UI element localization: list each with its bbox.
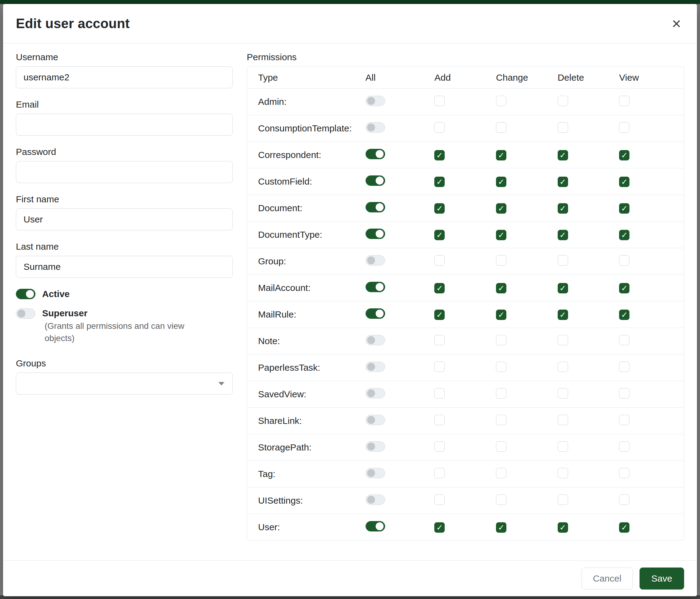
permissions-label: Permissions	[247, 52, 684, 62]
permission-delete-checkbox[interactable]	[558, 522, 568, 533]
permission-all-toggle[interactable]	[366, 96, 385, 106]
email-input[interactable]	[16, 114, 233, 136]
permission-add-checkbox[interactable]	[434, 310, 445, 320]
permission-add-checkbox[interactable]	[434, 230, 445, 240]
permission-all-toggle[interactable]	[366, 468, 385, 478]
permission-change-checkbox[interactable]	[496, 203, 506, 214]
permission-add-checkbox[interactable]	[434, 335, 445, 345]
permission-view-checkbox[interactable]	[619, 441, 629, 452]
groups-select[interactable]	[16, 373, 233, 394]
permission-add-checkbox[interactable]	[434, 122, 445, 133]
permission-all-toggle[interactable]	[366, 202, 385, 212]
permission-change-checkbox[interactable]	[496, 122, 506, 133]
permission-add-checkbox[interactable]	[434, 388, 445, 399]
permission-row: SavedView:	[247, 381, 684, 407]
permission-delete-checkbox[interactable]	[558, 150, 568, 161]
permission-delete-checkbox[interactable]	[558, 255, 568, 266]
permission-add-checkbox[interactable]	[434, 415, 445, 425]
save-button[interactable]: Save	[640, 568, 684, 590]
permission-view-checkbox[interactable]	[619, 388, 629, 399]
superuser-toggle[interactable]	[16, 308, 35, 319]
first-name-field-group: First name	[16, 194, 233, 231]
permission-view-checkbox[interactable]	[619, 310, 629, 320]
permission-change-checkbox[interactable]	[496, 283, 506, 293]
permission-delete-checkbox[interactable]	[558, 468, 568, 478]
permission-change-checkbox[interactable]	[496, 441, 506, 452]
permission-add-checkbox[interactable]	[434, 522, 445, 533]
permission-view-checkbox[interactable]	[619, 230, 629, 240]
first-name-input[interactable]	[16, 209, 233, 231]
permission-delete-checkbox[interactable]	[558, 230, 568, 240]
permission-all-toggle[interactable]	[366, 149, 385, 159]
permission-view-checkbox[interactable]	[619, 495, 629, 505]
permission-all-toggle[interactable]	[366, 308, 385, 319]
permission-row: ShareLink:	[247, 407, 684, 434]
permission-change-checkbox[interactable]	[496, 468, 506, 478]
permission-add-checkbox[interactable]	[434, 283, 445, 293]
permission-view-checkbox[interactable]	[619, 283, 629, 293]
permission-change-checkbox[interactable]	[496, 177, 506, 187]
permission-all-toggle[interactable]	[366, 255, 385, 266]
permission-view-checkbox[interactable]	[619, 177, 629, 187]
permission-delete-checkbox[interactable]	[558, 283, 568, 293]
close-icon[interactable]: ×	[669, 14, 684, 33]
permission-add-checkbox[interactable]	[434, 362, 445, 372]
permission-delete-checkbox[interactable]	[558, 335, 568, 345]
permission-delete-checkbox[interactable]	[558, 310, 568, 320]
permission-all-toggle[interactable]	[366, 335, 385, 345]
permission-change-checkbox[interactable]	[496, 388, 506, 399]
permission-delete-checkbox[interactable]	[558, 96, 568, 106]
permission-delete-checkbox[interactable]	[558, 362, 568, 372]
permission-all-toggle[interactable]	[366, 175, 385, 186]
permission-delete-checkbox[interactable]	[558, 495, 568, 505]
permission-view-checkbox[interactable]	[619, 122, 629, 133]
permission-change-checkbox[interactable]	[496, 150, 506, 161]
cancel-button[interactable]: Cancel	[581, 568, 632, 590]
permission-change-checkbox[interactable]	[496, 415, 506, 425]
permission-add-checkbox[interactable]	[434, 150, 445, 161]
permission-view-checkbox[interactable]	[619, 522, 629, 533]
permission-add-checkbox[interactable]	[434, 203, 445, 214]
permission-view-checkbox[interactable]	[619, 96, 629, 106]
permission-change-checkbox[interactable]	[496, 96, 506, 106]
permission-view-checkbox[interactable]	[619, 415, 629, 425]
permission-delete-checkbox[interactable]	[558, 388, 568, 399]
permission-view-checkbox[interactable]	[619, 362, 629, 372]
permission-view-checkbox[interactable]	[619, 335, 629, 345]
permission-view-checkbox[interactable]	[619, 255, 629, 266]
permission-all-toggle[interactable]	[366, 362, 385, 372]
permission-all-toggle[interactable]	[366, 122, 385, 133]
permission-add-checkbox[interactable]	[434, 96, 445, 106]
permission-view-checkbox[interactable]	[619, 150, 629, 161]
permission-change-checkbox[interactable]	[496, 495, 506, 505]
permission-all-toggle[interactable]	[366, 441, 385, 452]
permission-change-checkbox[interactable]	[496, 362, 506, 372]
permission-add-checkbox[interactable]	[434, 468, 445, 478]
permission-all-toggle[interactable]	[366, 521, 385, 531]
last-name-input[interactable]	[16, 256, 233, 278]
permission-add-checkbox[interactable]	[434, 441, 445, 452]
permission-all-toggle[interactable]	[366, 415, 385, 425]
permission-change-checkbox[interactable]	[496, 230, 506, 240]
permission-all-toggle[interactable]	[366, 495, 385, 505]
permission-view-checkbox[interactable]	[619, 203, 629, 214]
permission-all-toggle[interactable]	[366, 388, 385, 399]
permission-change-checkbox[interactable]	[496, 522, 506, 533]
permission-all-toggle[interactable]	[366, 282, 385, 292]
username-input[interactable]	[16, 66, 233, 88]
permission-delete-checkbox[interactable]	[558, 203, 568, 214]
permission-add-checkbox[interactable]	[434, 177, 445, 187]
active-toggle[interactable]	[16, 289, 35, 299]
permission-delete-checkbox[interactable]	[558, 441, 568, 452]
permission-delete-checkbox[interactable]	[558, 415, 568, 425]
permission-view-checkbox[interactable]	[619, 468, 629, 478]
permission-change-checkbox[interactable]	[496, 255, 506, 266]
permission-all-toggle[interactable]	[366, 229, 385, 239]
permission-delete-checkbox[interactable]	[558, 122, 568, 133]
permission-change-checkbox[interactable]	[496, 310, 506, 320]
permission-add-checkbox[interactable]	[434, 255, 445, 266]
password-input[interactable]	[16, 161, 233, 183]
permission-change-checkbox[interactable]	[496, 335, 506, 345]
permission-delete-checkbox[interactable]	[558, 177, 568, 187]
permission-add-checkbox[interactable]	[434, 495, 445, 505]
